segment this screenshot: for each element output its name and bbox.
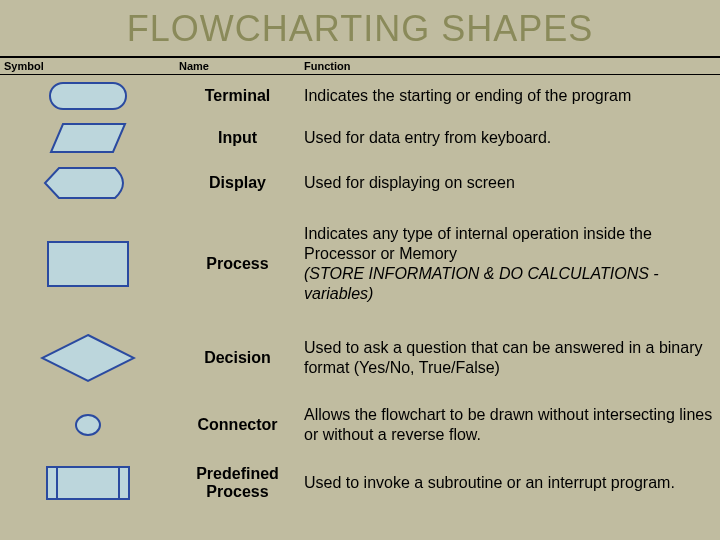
page-title: FLOWCHARTING SHAPES: [0, 0, 720, 56]
predefined-process-shape-icon: [46, 466, 130, 500]
row-name: Input: [175, 125, 300, 151]
header-name: Name: [175, 58, 300, 74]
symbol-cell: [0, 82, 175, 110]
svg-marker-1: [42, 335, 134, 381]
table-row: Display Used for displaying on screen: [0, 159, 720, 207]
table-header-row: Symbol Name Function: [0, 56, 720, 75]
row-function: Indicates the starting or ending of the …: [300, 80, 720, 112]
row-function: Indicates any type of internal operation…: [300, 218, 720, 310]
symbol-cell: [0, 166, 175, 200]
symbol-cell: [0, 333, 175, 383]
row-name: Connector: [175, 412, 300, 438]
symbol-cell: [0, 466, 175, 500]
row-name: Terminal: [175, 83, 300, 109]
table-row: Connector Allows the flowchart to be dra…: [0, 395, 720, 455]
connector-shape-icon: [75, 414, 101, 436]
decision-shape-icon: [40, 333, 136, 383]
row-function: Used to invoke a subroutine or an interr…: [300, 467, 720, 499]
terminal-shape-icon: [49, 82, 127, 110]
table-row: Decision Used to ask a question that can…: [0, 321, 720, 395]
row-name: Process: [175, 251, 300, 277]
table-row: Input Used for data entry from keyboard.: [0, 117, 720, 159]
row-function: Used to ask a question that can be answe…: [300, 332, 720, 384]
table-row: Predefined Process Used to invoke a subr…: [0, 455, 720, 511]
row-name: Display: [175, 170, 300, 196]
row-name: Predefined Process: [175, 461, 300, 505]
table-row: Terminal Indicates the starting or endin…: [0, 75, 720, 117]
symbol-cell: [0, 241, 175, 287]
header-function: Function: [300, 58, 720, 74]
process-func-main: Indicates any type of internal operation…: [304, 225, 652, 262]
process-func-italic: (STORE INFORMATION & DO CALCULATIONS - v…: [304, 265, 659, 302]
row-name: Decision: [175, 345, 300, 371]
row-function: Used for displaying on screen: [300, 167, 720, 199]
svg-marker-0: [51, 124, 125, 152]
display-shape-icon: [43, 166, 133, 200]
symbol-cell: [0, 414, 175, 436]
row-function: Used for data entry from keyboard.: [300, 122, 720, 154]
symbol-cell: [0, 122, 175, 154]
row-function: Allows the flowchart to be drawn without…: [300, 399, 720, 451]
table-row: Process Indicates any type of internal o…: [0, 207, 720, 321]
header-symbol: Symbol: [0, 58, 175, 74]
shapes-table: Symbol Name Function Terminal Indicates …: [0, 56, 720, 511]
input-shape-icon: [49, 122, 127, 154]
process-shape-icon: [47, 241, 129, 287]
